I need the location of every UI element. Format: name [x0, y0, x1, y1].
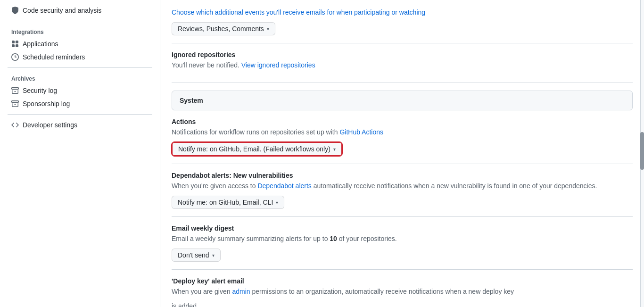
dependabot-title: Dependabot alerts: New vulnerabilities	[172, 172, 633, 179]
sidebar-item-sponsorship-log-label: Sponsorship log	[23, 100, 70, 108]
view-ignored-repositories-link[interactable]: View ignored repositories	[241, 61, 315, 69]
scroll-thumb[interactable]	[640, 132, 644, 170]
deploy-key-desc-before: When you are given	[172, 288, 232, 295]
actions-desc: Notifications for workflow runs on repos…	[172, 127, 633, 137]
chevron-down-icon-actions: ▾	[333, 147, 336, 152]
ignored-repositories-section: Ignored repositories You'll never be not…	[172, 43, 633, 83]
sidebar-item-sponsorship-log[interactable]: Sponsorship log	[8, 97, 152, 110]
customize-email-link[interactable]: Choose which additional events you'll re…	[172, 8, 425, 16]
dependabot-notify-label: Notify me: on GitHub, Email, CLI	[178, 199, 273, 206]
reviews-pushes-comments-label: Reviews, Pushes, Comments	[178, 25, 264, 33]
email-digest-desc: Email a weekly summary summarizing alert…	[172, 234, 633, 244]
main-content: Choose which additional events you'll re…	[160, 0, 644, 307]
deploy-key-desc-middle: permissions to an organization, automati…	[250, 288, 514, 295]
chevron-down-icon-digest: ▾	[212, 253, 215, 258]
sidebar-item-developer-settings[interactable]: Developer settings	[8, 118, 152, 132]
dependabot-alerts-link[interactable]: Dependabot alerts	[257, 182, 311, 190]
actions-notify-label: Notify me: on GitHub, Email. (Failed wor…	[178, 145, 330, 153]
clock-icon	[11, 53, 19, 61]
sidebar-item-code-security-label: Code security and analysis	[23, 7, 101, 14]
chevron-down-icon: ▾	[267, 26, 269, 32]
email-digest-section: Email weekly digest Email a weekly summa…	[172, 217, 633, 270]
customize-email-section: Choose which additional events you'll re…	[172, 0, 633, 43]
dont-send-label: Don't send	[178, 251, 209, 259]
code-icon	[11, 121, 19, 129]
actions-desc-before: Notifications for workflow runs on repos…	[172, 128, 339, 136]
deploy-key-desc-end-text: is added.	[172, 302, 198, 307]
sidebar-divider-developer	[8, 114, 152, 115]
sidebar-item-scheduled-reminders[interactable]: Scheduled reminders	[8, 50, 152, 64]
sidebar-item-scheduled-reminders-label: Scheduled reminders	[23, 53, 85, 61]
admin-link[interactable]: admin	[232, 288, 250, 295]
github-actions-link[interactable]: GitHub Actions	[339, 128, 383, 136]
sidebar-item-applications[interactable]: Applications	[8, 37, 152, 50]
deploy-key-title: 'Deploy key' alert email	[172, 277, 633, 285]
sidebar-item-code-security[interactable]: Code security and analysis	[8, 4, 152, 17]
sidebar-divider-integrations	[8, 21, 152, 21]
chevron-down-icon-dependabot: ▾	[276, 200, 278, 205]
archive-icon-sponsorship	[11, 100, 19, 108]
customize-email-desc: Choose which additional events you'll re…	[172, 8, 633, 17]
email-digest-title: Email weekly digest	[172, 224, 633, 232]
actions-notify-dropdown[interactable]: Notify me: on GitHub, Email. (Failed wor…	[172, 142, 342, 156]
sidebar: Code security and analysis Integrations …	[0, 0, 160, 307]
grid-icon	[11, 40, 19, 48]
sidebar-divider-archives	[8, 67, 152, 68]
sidebar-item-applications-label: Applications	[23, 40, 58, 48]
integrations-section-label: Integrations	[8, 25, 152, 37]
reviews-pushes-comments-dropdown[interactable]: Reviews, Pushes, Comments ▾	[172, 22, 275, 35]
email-digest-number: 10	[330, 235, 337, 242]
actions-title: Actions	[172, 118, 633, 125]
sidebar-item-security-log[interactable]: Security log	[8, 84, 152, 97]
ignored-static-text: You'll never be notified.	[172, 61, 239, 69]
sidebar-item-security-log-label: Security log	[23, 87, 57, 94]
deploy-key-section: 'Deploy key' alert email When you are gi…	[172, 270, 633, 307]
shield-icon	[11, 7, 19, 14]
dependabot-desc-after: automatically receive notifications when…	[312, 182, 597, 190]
dependabot-desc-before: When you're given access to	[172, 182, 257, 190]
email-digest-desc-after: of your repositories.	[337, 235, 397, 242]
actions-section: Actions Notifications for workflow runs …	[172, 110, 633, 164]
dependabot-desc: When you're given access to Dependabot a…	[172, 181, 633, 191]
scrollbar[interactable]	[640, 0, 644, 307]
system-label: System	[180, 97, 203, 104]
sidebar-item-developer-settings-label: Developer settings	[23, 121, 77, 129]
dont-send-dropdown[interactable]: Don't send ▾	[172, 249, 221, 262]
ignored-repositories-title: Ignored repositories	[172, 51, 633, 58]
archive-icon-security	[11, 87, 19, 94]
dependabot-section: Dependabot alerts: New vulnerabilities W…	[172, 164, 633, 217]
archives-section-label: Archives	[8, 72, 152, 84]
dependabot-notify-dropdown[interactable]: Notify me: on GitHub, Email, CLI ▾	[172, 196, 284, 209]
system-box: System	[172, 91, 633, 110]
ignored-repositories-desc: You'll never be notified. View ignored r…	[172, 60, 633, 70]
deploy-key-desc-end: is added.	[172, 301, 633, 307]
deploy-key-desc: When you are given admin permissions to …	[172, 287, 633, 297]
email-digest-desc-before: Email a weekly summary summarizing alert…	[172, 235, 330, 242]
